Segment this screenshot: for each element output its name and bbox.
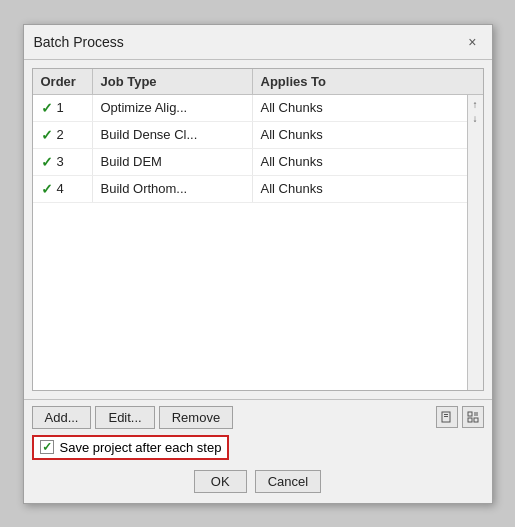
scrollbar: ↑ ↓: [467, 95, 483, 390]
dialog-title: Batch Process: [34, 34, 124, 50]
table-body: ✓ 1 Optimize Alig... All Chunks ✓ 2 Buil…: [33, 95, 467, 390]
remove-button[interactable]: Remove: [159, 406, 233, 429]
grid-icon: [467, 411, 479, 423]
batch-process-dialog: Batch Process × Order Job Type Applies T…: [23, 24, 493, 504]
row3-applies-to: All Chunks: [253, 149, 467, 175]
check-icon-1: ✓: [41, 100, 53, 116]
svg-rect-4: [474, 412, 478, 416]
row2-order-num: 2: [57, 127, 64, 142]
row1-job-type: Optimize Alig...: [93, 95, 253, 121]
header-applies-to: Applies To: [253, 69, 483, 94]
page-icon: [441, 411, 453, 423]
table-wrapper: ✓ 1 Optimize Alig... All Chunks ✓ 2 Buil…: [33, 95, 483, 390]
row4-job-type: Build Orthom...: [93, 176, 253, 202]
icon-button-2[interactable]: [462, 406, 484, 428]
check-icon-3: ✓: [41, 154, 53, 170]
batch-table: Order Job Type Applies To ✓ 1 Optimize A…: [32, 68, 484, 391]
table-row[interactable]: ✓ 3 Build DEM All Chunks: [33, 149, 467, 176]
checkbox-check-icon: ✓: [42, 441, 52, 453]
table-header-row: Order Job Type Applies To: [33, 69, 483, 95]
svg-rect-3: [468, 412, 472, 416]
header-order: Order: [33, 69, 93, 94]
svg-rect-6: [474, 418, 478, 422]
ok-button[interactable]: OK: [194, 470, 247, 493]
save-checkbox[interactable]: ✓: [40, 440, 54, 454]
ok-cancel-row: OK Cancel: [32, 466, 484, 497]
table-row[interactable]: ✓ 1 Optimize Alig... All Chunks: [33, 95, 467, 122]
edit-button[interactable]: Edit...: [95, 406, 154, 429]
close-button[interactable]: ×: [463, 33, 481, 51]
title-bar: Batch Process ×: [24, 25, 492, 60]
row2-job-type: Build Dense Cl...: [93, 122, 253, 148]
row1-order-num: 1: [57, 100, 64, 115]
svg-rect-5: [468, 418, 472, 422]
add-button[interactable]: Add...: [32, 406, 92, 429]
row3-job-type: Build DEM: [93, 149, 253, 175]
header-job-type: Job Type: [93, 69, 253, 94]
table-row[interactable]: ✓ 2 Build Dense Cl... All Chunks: [33, 122, 467, 149]
row1-order: ✓ 1: [33, 95, 93, 121]
action-buttons-row: Add... Edit... Remove: [32, 406, 484, 429]
check-icon-2: ✓: [41, 127, 53, 143]
bottom-bar: Add... Edit... Remove: [24, 399, 492, 503]
row4-order: ✓ 4: [33, 176, 93, 202]
row1-applies-to: All Chunks: [253, 95, 467, 121]
svg-rect-2: [444, 416, 448, 417]
save-label: Save project after each step: [60, 440, 222, 455]
check-icon-4: ✓: [41, 181, 53, 197]
row4-order-num: 4: [57, 181, 64, 196]
row3-order: ✓ 3: [33, 149, 93, 175]
scroll-down-arrow[interactable]: ↓: [473, 113, 478, 125]
row4-applies-to: All Chunks: [253, 176, 467, 202]
row3-order-num: 3: [57, 154, 64, 169]
icon-buttons: [436, 406, 484, 428]
row2-applies-to: All Chunks: [253, 122, 467, 148]
scroll-up-arrow[interactable]: ↑: [473, 99, 478, 111]
svg-rect-1: [444, 414, 448, 415]
row2-order: ✓ 2: [33, 122, 93, 148]
save-option-row[interactable]: ✓ Save project after each step: [32, 435, 230, 460]
table-row[interactable]: ✓ 4 Build Orthom... All Chunks: [33, 176, 467, 203]
icon-button-1[interactable]: [436, 406, 458, 428]
cancel-button[interactable]: Cancel: [255, 470, 321, 493]
